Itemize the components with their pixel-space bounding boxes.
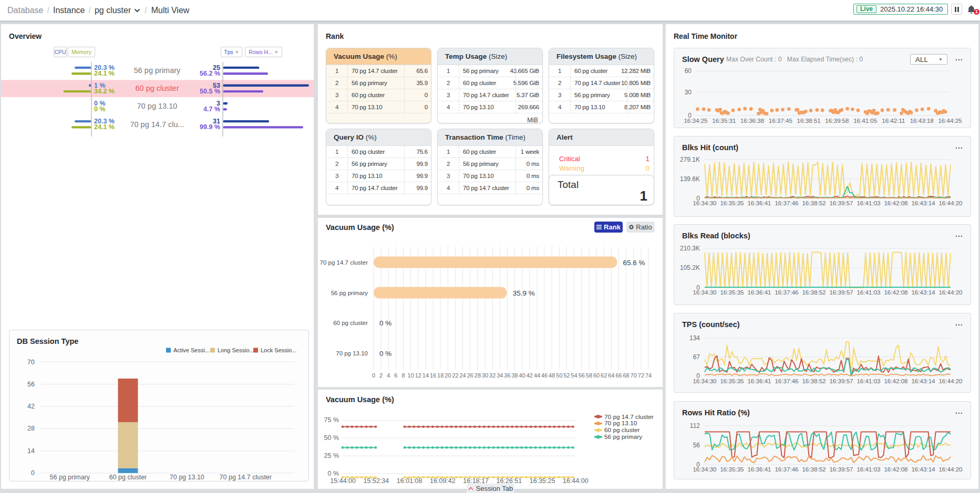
svg-text:48: 48 <box>549 372 555 379</box>
svg-text:16:41:03: 16:41:03 <box>857 289 880 296</box>
svg-text:4.7 %: 4.7 % <box>203 106 220 113</box>
svg-text:0 %: 0 % <box>94 106 106 113</box>
svg-text:16:44:25: 16:44:25 <box>938 117 962 124</box>
svg-text:16:34:30: 16:34:30 <box>693 200 716 206</box>
svg-text:16:42:11: 16:42:11 <box>882 117 905 124</box>
svg-text:20: 20 <box>445 372 451 379</box>
svg-text:0 %: 0 % <box>379 350 391 358</box>
svg-text:16:43:14: 16:43:14 <box>911 377 935 384</box>
svg-text:16:42:08: 16:42:08 <box>884 466 907 473</box>
svg-text:28: 28 <box>474 372 481 379</box>
svg-text:14: 14 <box>27 447 35 455</box>
svg-text:Lock Sessio...: Lock Sessio... <box>261 347 296 353</box>
svg-text:16:44:20: 16:44:20 <box>938 466 962 473</box>
svg-text:70 pg 14.7 cluster: 70 pg 14.7 cluster <box>604 413 654 421</box>
svg-text:40: 40 <box>519 372 525 379</box>
svg-text:6: 6 <box>394 372 397 379</box>
svg-text:Vacuum Usage (%): Vacuum Usage (%) <box>326 395 394 404</box>
svg-text:24: 24 <box>459 372 466 379</box>
svg-text:60: 60 <box>593 372 600 379</box>
svg-text:DB Session Type: DB Session Type <box>17 337 78 345</box>
svg-text:34: 34 <box>497 372 503 379</box>
svg-text:56.2 %: 56.2 % <box>200 70 220 77</box>
svg-text:0 %: 0 % <box>327 470 339 477</box>
svg-text:16:34:25: 16:34:25 <box>684 117 707 124</box>
svg-text:16:35:35: 16:35:35 <box>720 466 744 473</box>
svg-text:16:38:52: 16:38:52 <box>802 289 826 296</box>
svg-text:16:35:35: 16:35:35 <box>720 377 744 384</box>
svg-text:16:44:20: 16:44:20 <box>938 200 962 206</box>
svg-text:65.6 %: 65.6 % <box>623 259 645 267</box>
svg-text:16:39:57: 16:39:57 <box>829 200 853 206</box>
svg-text:70: 70 <box>631 372 637 379</box>
svg-text:42: 42 <box>27 403 35 410</box>
svg-text:Long Sessio...: Long Sessio... <box>218 347 254 353</box>
svg-text:54: 54 <box>571 372 577 379</box>
svg-text:32: 32 <box>489 372 496 379</box>
svg-text:14: 14 <box>422 372 429 379</box>
svg-text:30: 30 <box>685 89 692 96</box>
svg-text:64: 64 <box>608 372 614 379</box>
svg-text:16:43:14: 16:43:14 <box>911 200 935 206</box>
svg-text:56: 56 <box>579 372 585 379</box>
svg-text:0 %: 0 % <box>379 319 391 327</box>
svg-text:44: 44 <box>534 372 540 379</box>
svg-text:56 pg primary: 56 pg primary <box>50 474 90 481</box>
svg-text:30: 30 <box>482 372 488 379</box>
svg-text:16:34:30: 16:34:30 <box>693 289 716 296</box>
svg-text:16:42:08: 16:42:08 <box>884 289 907 296</box>
svg-text:70 pg 13.10: 70 pg 13.10 <box>604 419 637 427</box>
svg-text:16:42:08: 16:42:08 <box>884 200 907 206</box>
svg-text:56 pg primary: 56 pg primary <box>134 66 181 75</box>
svg-text:16:38:51: 16:38:51 <box>797 117 821 124</box>
svg-text:16:39:57: 16:39:57 <box>829 466 853 473</box>
svg-text:16:35:35: 16:35:35 <box>720 200 744 206</box>
svg-text:70: 70 <box>27 359 35 366</box>
svg-text:26: 26 <box>467 372 473 379</box>
svg-text:105.2K: 105.2K <box>680 264 700 271</box>
svg-text:16:41:05: 16:41:05 <box>853 117 877 124</box>
svg-text:72: 72 <box>638 372 644 379</box>
svg-text:8: 8 <box>401 372 405 379</box>
svg-text:16:34:30: 16:34:30 <box>693 466 716 473</box>
svg-text:58: 58 <box>586 372 592 379</box>
svg-text:74: 74 <box>645 372 652 379</box>
svg-text:16: 16 <box>430 372 436 379</box>
svg-text:10: 10 <box>408 372 414 379</box>
svg-text:16:43:14: 16:43:14 <box>911 466 935 473</box>
svg-text:16:38:52: 16:38:52 <box>802 377 826 384</box>
svg-text:66: 66 <box>615 372 622 379</box>
svg-text:Active Sessi...: Active Sessi... <box>173 347 210 353</box>
svg-text:16:36:41: 16:36:41 <box>747 377 771 384</box>
svg-text:4: 4 <box>387 372 390 379</box>
svg-text:38: 38 <box>511 372 518 379</box>
svg-text:50: 50 <box>556 372 562 379</box>
svg-text:60 pg cluster: 60 pg cluster <box>109 474 147 481</box>
svg-text:16:36:41: 16:36:41 <box>747 200 771 206</box>
svg-text:12: 12 <box>415 372 421 379</box>
svg-text:16:43:18: 16:43:18 <box>910 117 934 124</box>
svg-text:134: 134 <box>689 334 700 342</box>
svg-text:50.5 %: 50.5 % <box>200 88 220 95</box>
svg-text:16:35:25: 16:35:25 <box>530 477 555 485</box>
svg-text:70 pg 13.10: 70 pg 13.10 <box>336 350 368 356</box>
svg-text:16:44:00: 16:44:00 <box>563 477 589 485</box>
svg-text:16:36:38: 16:36:38 <box>740 117 764 124</box>
svg-text:50 %: 50 % <box>324 434 339 442</box>
svg-text:16:36:41: 16:36:41 <box>747 466 771 473</box>
svg-text:16:34:30: 16:34:30 <box>693 377 716 384</box>
svg-text:0: 0 <box>372 372 375 379</box>
svg-text:56: 56 <box>693 442 700 449</box>
svg-text:70 pg 14.7 clu...: 70 pg 14.7 clu... <box>130 120 184 129</box>
svg-text:16:38:52: 16:38:52 <box>802 200 826 206</box>
svg-text:22: 22 <box>452 372 458 379</box>
svg-text:0: 0 <box>31 469 35 477</box>
svg-text:210.3K: 210.3K <box>680 245 700 252</box>
svg-text:16:39:57: 16:39:57 <box>829 377 853 384</box>
svg-text:2: 2 <box>379 372 383 379</box>
svg-text:16:37:45: 16:37:45 <box>769 117 792 124</box>
svg-text:112: 112 <box>690 422 700 429</box>
svg-text:67: 67 <box>693 353 700 361</box>
svg-text:16:35:35: 16:35:35 <box>720 289 744 296</box>
svg-text:52: 52 <box>563 372 570 379</box>
